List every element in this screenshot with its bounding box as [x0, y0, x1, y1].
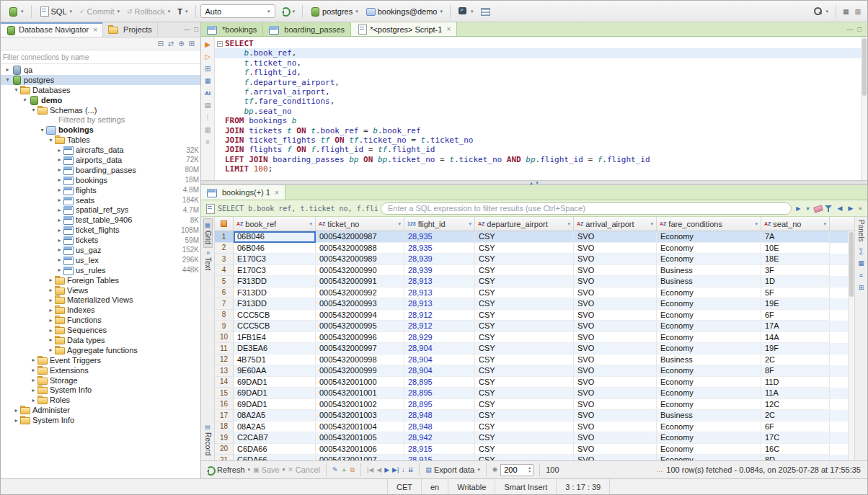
rollback-button[interactable]: ↺Rollback▾: [124, 6, 173, 17]
select-all-corner[interactable]: [215, 217, 234, 231]
filter-history-dropdown[interactable]: ▾: [805, 205, 810, 212]
twisty-icon[interactable]: ▸: [56, 187, 63, 193]
grid-cell[interactable]: Economy: [657, 243, 761, 254]
grid-cell[interactable]: 0005432001005: [316, 432, 404, 444]
tree-item-postgres[interactable]: ▾postgres: [1, 75, 200, 85]
filter-connections-input[interactable]: [3, 52, 198, 63]
sql-line[interactable]: JOIN flights f ON f.flight_id = tf.fligh…: [215, 145, 867, 154]
panel-grouping-icon[interactable]: ▦: [858, 259, 864, 267]
tree-item-qa[interactable]: ▸qa: [1, 65, 200, 75]
grid-cell[interactable]: 28,913: [404, 298, 475, 310]
grid-cell[interactable]: 28,939: [404, 265, 475, 277]
grid-cell[interactable]: CSY: [475, 399, 574, 411]
grid-cell[interactable]: 06B046: [234, 231, 316, 243]
grid-cell[interactable]: 08A2A5: [234, 410, 316, 422]
grid-cell[interactable]: 16C: [761, 444, 830, 455]
collapse-down-icon[interactable]: ▼: [535, 181, 539, 185]
new-connection-button[interactable]: ▾: [5, 5, 27, 17]
row-number[interactable]: 5: [215, 276, 234, 287]
twisty-icon[interactable]: ▸: [47, 347, 55, 353]
grid-cell[interactable]: CSY: [475, 298, 574, 310]
grid-cell[interactable]: CSY: [475, 444, 574, 455]
sql-line[interactable]: f.flight_id,: [215, 68, 867, 77]
grid-cell[interactable]: Economy: [657, 422, 761, 433]
grid-cell[interactable]: CSY: [475, 365, 574, 377]
tree-item-seats[interactable]: ▸seats184K: [1, 195, 200, 205]
execute-script-icon[interactable]: ▷: [203, 52, 213, 61]
grid-cell[interactable]: 0005432000993: [316, 298, 404, 310]
twisty-icon[interactable]: ▸: [56, 197, 63, 203]
grid-cell[interactable]: E170C3: [234, 265, 316, 277]
sql-code[interactable]: −SELECT b.book_ref, t.ticket_no, f.fligh…: [215, 37, 867, 180]
grid-cell[interactable]: SVO: [574, 276, 657, 287]
grid-cell[interactable]: 7A: [761, 231, 830, 243]
sql-line[interactable]: −SELECT: [215, 39, 867, 48]
grid-cell[interactable]: 6F: [761, 422, 830, 433]
layout-toggle-icon[interactable]: ▥: [852, 8, 863, 15]
fetch-size-input[interactable]: [501, 465, 524, 474]
twisty-icon[interactable]: ▸: [30, 357, 37, 363]
grid-cell[interactable]: 08A2A5: [234, 422, 316, 433]
table-row[interactable]: 1708A2A5000543200100328,948CSYSVOBusines…: [215, 410, 854, 422]
twisty-icon[interactable]: ▸: [56, 147, 63, 153]
grid-cell[interactable]: C2CAB7: [234, 432, 316, 444]
row-number[interactable]: 18: [215, 422, 234, 433]
twisty-icon[interactable]: ▸: [12, 407, 20, 414]
grid-cell[interactable]: 11A: [761, 388, 830, 399]
tasks-button[interactable]: [477, 5, 493, 17]
grid-cell[interactable]: SVO: [574, 377, 657, 388]
grid-cell[interactable]: 0005432001002: [316, 399, 404, 411]
status-insert-mode[interactable]: Smart Insert: [495, 479, 557, 494]
grid-cell[interactable]: SVO: [574, 321, 657, 332]
grid-cell[interactable]: SVO: [574, 444, 657, 455]
row-number[interactable]: 11: [215, 343, 234, 354]
grid-cell[interactable]: 1D: [761, 276, 830, 287]
row-number[interactable]: 19: [215, 432, 234, 444]
schema-selector[interactable]: bookings@demo▾: [363, 5, 446, 17]
grid-cell[interactable]: SVO: [574, 388, 657, 399]
sql-line[interactable]: JOIN ticket_flights tf ON tf.ticket_no =…: [215, 135, 867, 145]
refresh-connection-button[interactable]: ▾: [277, 5, 298, 17]
grid-cell[interactable]: 10E: [761, 243, 830, 254]
grid-cell[interactable]: 14A: [761, 332, 830, 344]
grid-cell[interactable]: 28,939: [404, 254, 475, 265]
grid-cell[interactable]: 18E: [761, 254, 830, 265]
grid-cell[interactable]: 28,935: [404, 231, 475, 243]
next-row-button[interactable]: ▶: [384, 466, 389, 473]
close-icon[interactable]: ×: [275, 189, 279, 197]
row-number[interactable]: 12: [215, 354, 234, 366]
grid-cell[interactable]: 0005432000994: [316, 310, 404, 321]
grid-cell[interactable]: SVO: [574, 243, 657, 254]
minimize-icon[interactable]: —: [182, 26, 192, 33]
ai-chat-icon[interactable]: AI: [203, 89, 213, 98]
sql-line[interactable]: tf.fare_conditions,: [215, 97, 867, 106]
grid-settings-gear-icon[interactable]: ❋: [492, 466, 498, 473]
cancel-button[interactable]: ✕Cancel: [288, 465, 320, 474]
transaction-mode-button[interactable]: T▾: [174, 6, 190, 17]
grid-cell[interactable]: 5F: [761, 287, 830, 299]
column-header-arrival_airport[interactable]: AZarrival_airport▾: [574, 217, 657, 231]
sql-line[interactable]: JOIN tickets t ON t.book_ref = b.book_re…: [215, 126, 867, 135]
grid-cell[interactable]: CCC5CB: [234, 321, 316, 332]
table-row[interactable]: 106B046000543200098728,935CSYSVOEconomy7…: [215, 231, 854, 243]
sql-line[interactable]: LEFT JOIN boarding_passes bp ON bp.ticke…: [215, 155, 867, 164]
tab-bookings-editor[interactable]: *bookings: [201, 22, 263, 36]
grid-cell[interactable]: F313DD: [234, 298, 316, 310]
twisty-icon[interactable]: ▸: [30, 397, 37, 403]
collapse-up-icon[interactable]: ▲: [529, 181, 533, 185]
maximize-icon[interactable]: □: [858, 26, 862, 33]
tree-item-administer[interactable]: ▸Administer: [1, 405, 200, 415]
edit-cell-icon[interactable]: ✎: [332, 466, 338, 473]
refresh-button[interactable]: Refresh▾: [205, 465, 250, 475]
twisty-icon[interactable]: ▸: [30, 387, 37, 393]
grid-cell[interactable]: 17C: [761, 432, 830, 444]
apply-filter-button[interactable]: ▶: [794, 205, 802, 212]
grid-cell[interactable]: CSY: [475, 377, 574, 388]
grid-cell[interactable]: 28,942: [404, 432, 475, 444]
sql-line[interactable]: FROM bookings b: [215, 116, 867, 125]
grid-cell[interactable]: 0005432000989: [316, 254, 404, 265]
log-icon[interactable]: ≡: [203, 138, 213, 147]
tree-item-views[interactable]: ▸Views: [1, 285, 200, 295]
table-row[interactable]: 124B75D1000543200099828,904CSYSVOBusines…: [215, 354, 854, 366]
twisty-icon[interactable]: ▾: [4, 76, 12, 83]
